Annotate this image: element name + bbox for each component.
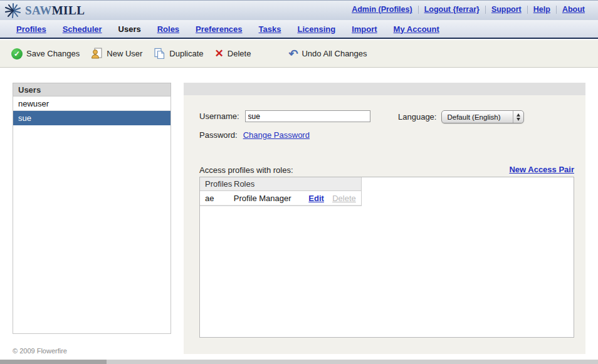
new-user-button[interactable]: New User [91, 48, 142, 60]
access-pair-row: ae Profile Manager Edit Delete [200, 191, 361, 205]
main-nav: Profiles Scheduler Users Roles Preferenc… [0, 20, 598, 39]
support-link[interactable]: Support [486, 5, 527, 14]
about-link[interactable]: About [557, 5, 590, 14]
save-changes-button[interactable]: ✓ Save Changes [11, 48, 80, 60]
change-password-link[interactable]: Change Password [243, 130, 310, 140]
logout-link[interactable]: Logout {ferrar} [419, 5, 485, 14]
users-list-title: Users [13, 83, 171, 96]
tab-profiles[interactable]: Profiles [16, 24, 46, 34]
tab-preferences[interactable]: Preferences [196, 24, 242, 34]
duplicate-button[interactable]: Duplicate [154, 48, 203, 60]
user-list-item-sue[interactable]: sue [13, 111, 170, 125]
sawmill-starburst-icon [5, 3, 21, 18]
tab-users[interactable]: Users [118, 24, 141, 34]
horizontal-scrollbar[interactable] [0, 360, 598, 364]
top-bar: SAWMILL Admin (Profiles) Logout {ferrar}… [0, 0, 598, 20]
delete-label: Delete [228, 49, 251, 58]
top-links: Admin (Profiles) Logout {ferrar} Support… [346, 5, 590, 14]
delete-access-pair-link-disabled: Delete [332, 194, 356, 203]
access-profiles-label: Access profiles with roles: [199, 165, 293, 175]
access-pair-profile: ae [200, 194, 234, 203]
undo-all-changes-button[interactable]: ↶ Undo All Changes [288, 48, 367, 60]
access-table-header: Profiles Roles [200, 177, 361, 191]
user-detail-panel: Username: Language: Default (English) Pa… [184, 83, 585, 354]
save-changes-label: Save Changes [26, 49, 80, 58]
new-access-pair-link[interactable]: New Access Pair [509, 165, 574, 174]
select-stepper-icon [513, 111, 523, 123]
access-pair-role: Profile Manager [234, 194, 309, 203]
new-user-label: New User [107, 49, 142, 58]
sawmill-logo: SAWMILL [5, 3, 85, 18]
chevron-up-icon [517, 113, 520, 117]
admin-profiles-link[interactable]: Admin (Profiles) [346, 5, 418, 14]
language-select[interactable]: Default (English) [441, 110, 524, 123]
horizontal-scrollbar-thumb[interactable] [0, 360, 107, 364]
password-row: Password: Change Password [199, 130, 310, 140]
users-list: newuser sue [13, 96, 171, 334]
duplicate-pages-icon [154, 48, 165, 60]
save-check-icon: ✓ [11, 48, 23, 60]
undo-arrow-icon: ↶ [288, 48, 298, 60]
username-label: Username: [199, 112, 239, 121]
username-input[interactable] [245, 110, 370, 122]
delete-button[interactable]: ✕ Delete [215, 48, 251, 60]
language-label: Language: [398, 112, 436, 122]
password-label: Password: [199, 130, 238, 140]
language-selected-value: Default (English) [442, 113, 513, 121]
users-sidebar: Users newuser sue [13, 83, 171, 334]
delete-x-icon: ✕ [215, 48, 224, 60]
tab-roles[interactable]: Roles [157, 24, 179, 34]
language-row: Language: Default (English) [398, 110, 524, 123]
copyright-text: © 2009 Flowerfire [13, 347, 67, 355]
tab-my-account[interactable]: My Account [394, 24, 439, 34]
action-toolbar: ✓ Save Changes New User Duplicate ✕ Dele… [0, 40, 598, 68]
access-pairs-table: Profiles Roles ae Profile Manager Edit D… [200, 177, 362, 206]
undo-all-changes-label: Undo All Changes [302, 49, 367, 58]
duplicate-label: Duplicate [169, 49, 203, 58]
username-row: Username: [199, 110, 370, 122]
tab-tasks[interactable]: Tasks [259, 24, 281, 34]
detail-panel-header [184, 83, 585, 95]
user-list-item-newuser[interactable]: newuser [13, 96, 170, 111]
tab-licensing[interactable]: Licensing [297, 24, 335, 34]
edit-access-pair-link[interactable]: Edit [308, 194, 324, 203]
tab-import[interactable]: Import [352, 24, 377, 34]
content-area: Users newuser sue Username: Language: De… [0, 68, 598, 364]
profiles-column-header: Profiles [200, 179, 234, 189]
roles-column-header: Roles [234, 179, 309, 189]
brand-name: SAWMILL [25, 4, 85, 18]
new-user-icon [91, 48, 103, 60]
access-pairs-box: Profiles Roles ae Profile Manager Edit D… [199, 177, 574, 338]
help-link[interactable]: Help [528, 5, 556, 14]
tab-scheduler[interactable]: Scheduler [63, 24, 102, 34]
chevron-down-icon [517, 118, 520, 121]
